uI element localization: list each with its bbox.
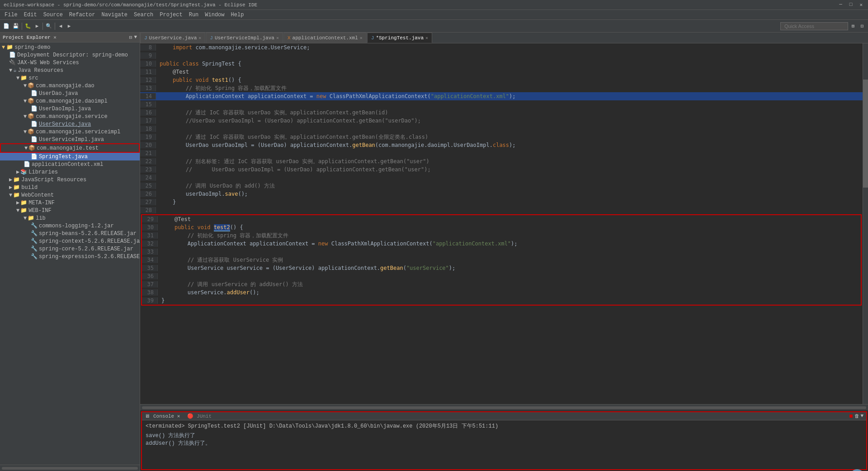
java-resources-icon: ☕ — [13, 67, 16, 74]
tree-item-lib[interactable]: ▼ 📁 lib — [0, 214, 140, 222]
menu-window[interactable]: Window — [202, 11, 227, 19]
code-line-10: 10 public class SpringTest { — [140, 60, 863, 68]
jar-icon-1: 🔧 — [31, 222, 38, 229]
code-line-28: 28 — [140, 206, 863, 214]
tree-item-webcontent[interactable]: ▼ 📁 WebContent — [0, 191, 140, 199]
minimize-button[interactable]: ─ — [837, 2, 844, 8]
tree-item-spring-core[interactable]: 🔧 spring-core-5.2.6.RELEASE.jar — [0, 245, 140, 253]
stop-icon[interactable]: ⏹ — [849, 413, 854, 419]
back-button[interactable]: ◀ — [57, 22, 65, 30]
tree-item-userdaoimpl[interactable]: 📄 UserDaoImpl.java — [0, 105, 140, 113]
tab-userserviceimpl-close[interactable]: ✕ — [276, 35, 279, 41]
editor-scrollbar[interactable] — [863, 43, 868, 404]
console-terminated-text: <terminated> SpringTest.test2 [JUnit] D:… — [146, 422, 863, 430]
code-line-25: 25 // 调用 UserDao 的 add() 方法 — [140, 182, 863, 190]
tree-item-test-pkg[interactable]: ▼ 📦 com.manongajie.test — [0, 143, 140, 153]
open-perspectives-button[interactable]: ⊡ — [858, 22, 866, 30]
tree-item-daoimpl-pkg[interactable]: ▼ 📦 com.manongajie.daoimpl — [0, 97, 140, 105]
tab-springtest-close[interactable]: ✕ — [425, 35, 428, 41]
tree-item-userservice[interactable]: 📄 UserService.java — [0, 120, 140, 128]
search-button[interactable]: 🔍 — [44, 22, 53, 30]
menu-help[interactable]: Help — [228, 11, 247, 19]
forward-button[interactable]: ▶ — [65, 22, 73, 30]
menu-bar: File Edit Source Refactor Navigate Searc… — [0, 10, 868, 20]
clear-icon[interactable]: 🗑 — [854, 413, 859, 419]
jax-icon: 🔌 — [9, 59, 16, 66]
tree-item-spring-demo[interactable]: ▼ 📁 spring-demo — [0, 43, 140, 51]
tab-springtest-icon: J — [371, 35, 374, 41]
terminated-label: <terminated> SpringTest.test2 [JUnit] D:… — [146, 423, 498, 429]
junit-tab[interactable]: 🔴 JUnit — [187, 413, 212, 419]
save-button[interactable]: 💾 — [11, 22, 20, 30]
tree-item-service-pkg[interactable]: ▼ 📦 com.manongajie.service — [0, 113, 140, 120]
code-area[interactable]: 8 import com.manongajie.service.UserServ… — [140, 43, 863, 404]
menu-run[interactable]: Run — [186, 11, 202, 19]
tree-item-build[interactable]: ▶ 📁 build — [0, 184, 140, 191]
tree-item-userdao[interactable]: 📄 UserDao.java — [0, 89, 140, 97]
tab-appcontext-close[interactable]: ✕ — [360, 35, 363, 41]
menu-navigate[interactable]: Navigate — [99, 11, 130, 19]
bottom-panel: 🖥 Console ✕ 🔴 JUnit ⏹ 🗑 ▼ <terminated> S… — [141, 411, 867, 470]
explorer-scrollbar[interactable] — [0, 465, 140, 471]
maximize-button[interactable]: □ — [848, 2, 854, 8]
code-editor[interactable]: 8 import com.manongajie.service.UserServ… — [140, 43, 868, 404]
bottom-panel-content: <terminated> SpringTest.test2 [JUnit] D:… — [142, 420, 866, 469]
title-bar: eclipse-workspace - spring-demo/src/com/… — [0, 0, 868, 10]
userdaoimpl-icon: 📄 — [31, 105, 38, 112]
perspectives-button[interactable]: ⊞ — [849, 22, 857, 30]
tab-springtest[interactable]: J *SpringTest.java ✕ — [367, 33, 432, 43]
tab-userservice[interactable]: J UserService.java ✕ — [140, 33, 205, 43]
tab-userserviceimpl[interactable]: J UserServiceImpl.java ✕ — [206, 33, 283, 43]
tab-userserviceimpl-icon: J — [210, 35, 213, 41]
libraries-icon: 📚 — [20, 169, 27, 175]
panel-menu-icon[interactable]: ▼ — [860, 413, 863, 419]
tree-item-js-resources[interactable]: ▶ 📁 JavaScript Resources — [0, 176, 140, 184]
menu-project[interactable]: Project — [157, 11, 185, 19]
tree-item-deployment[interactable]: 📄 Deployment Descriptor: spring-demo — [0, 51, 140, 59]
tree-item-spring-beans[interactable]: 🔧 spring-beans-5.2.6.RELEASE.jar — [0, 230, 140, 237]
tree-item-serviceimpl-pkg[interactable]: ▼ 📦 com.manongajie.serviceimpl — [0, 128, 140, 136]
tree-item-commons-logging[interactable]: 🔧 commons-logging-1.2.jar — [0, 222, 140, 230]
tree-item-appcontext[interactable]: 📄 applicationContext.xml — [0, 160, 140, 168]
tree-item-userserviceimpl[interactable]: 📄 UserServiceImpl.java — [0, 136, 140, 143]
tree-item-springtest[interactable]: 📄 SpringTest.java — [0, 153, 140, 160]
tree-item-meta-inf[interactable]: ▶ 📁 META-INF — [0, 199, 140, 207]
web-inf-icon: 📁 — [20, 207, 27, 214]
menu-file[interactable]: File — [2, 11, 20, 19]
jar-icon-5: 🔧 — [31, 253, 38, 260]
tab-appcontext[interactable]: X applicationContext.xml ✕ — [283, 33, 367, 43]
tree-item-src[interactable]: ▼ 📁 src — [0, 74, 140, 82]
bottom-panel-header: 🖥 Console ✕ 🔴 JUnit ⏹ 🗑 ▼ — [142, 412, 866, 420]
code-line-29: 29 @Test — [142, 215, 861, 223]
collapse-all-button[interactable]: ⊟ — [129, 34, 132, 40]
menu-source[interactable]: Source — [41, 11, 66, 19]
tree-item-spring-context[interactable]: 🔧 spring-context-5.2.6.RELEASE.jar — [0, 237, 140, 245]
editor-area: J UserService.java ✕ J UserServiceImpl.j… — [140, 33, 868, 471]
tree-item-jax[interactable]: 🔌 JAX-WS Web Services — [0, 59, 140, 66]
code-line-11: 11 @Test — [140, 68, 863, 76]
console-tab[interactable]: Console ✕ — [153, 413, 180, 419]
explorer-menu-button[interactable]: ▼ — [134, 34, 137, 40]
menu-refactor[interactable]: Refactor — [66, 11, 98, 19]
daoimpl-pkg-icon: 📦 — [28, 98, 34, 104]
spring-demo-icon: 📁 — [6, 44, 13, 51]
quick-access-input[interactable] — [780, 22, 848, 30]
menu-edit[interactable]: Edit — [21, 11, 40, 19]
console-output-line-1: save() 方法执行了 — [146, 432, 863, 439]
toolbar-separator-2 — [42, 23, 43, 30]
debug-button[interactable]: 🐛 — [24, 22, 33, 30]
tree-item-web-inf[interactable]: ▼ 📁 WEB-INF — [0, 207, 140, 214]
window-title: eclipse-workspace - spring-demo/src/com/… — [4, 2, 257, 8]
tree-item-libraries[interactable]: ▶ 📚 Libraries — [0, 168, 140, 176]
menu-search[interactable]: Search — [131, 11, 156, 19]
run-button[interactable]: ▶ — [33, 22, 41, 30]
code-line-36: 36 — [142, 272, 861, 280]
tree-item-java-resources[interactable]: ▼ ☕ Java Resources — [0, 66, 140, 74]
horizontal-scrollbar[interactable] — [140, 404, 868, 410]
new-button[interactable]: 📄 — [2, 22, 11, 30]
tree-item-spring-expression[interactable]: 🔧 spring-expression-5.2.6.RELEASE.jar — [0, 253, 140, 260]
deployment-icon: 📄 — [9, 52, 16, 58]
close-button[interactable]: ✕ — [858, 2, 864, 8]
tab-userservice-close[interactable]: ✕ — [198, 35, 201, 41]
tree-item-dao-pkg[interactable]: ▼ 📦 com.manongajie.dao — [0, 82, 140, 89]
